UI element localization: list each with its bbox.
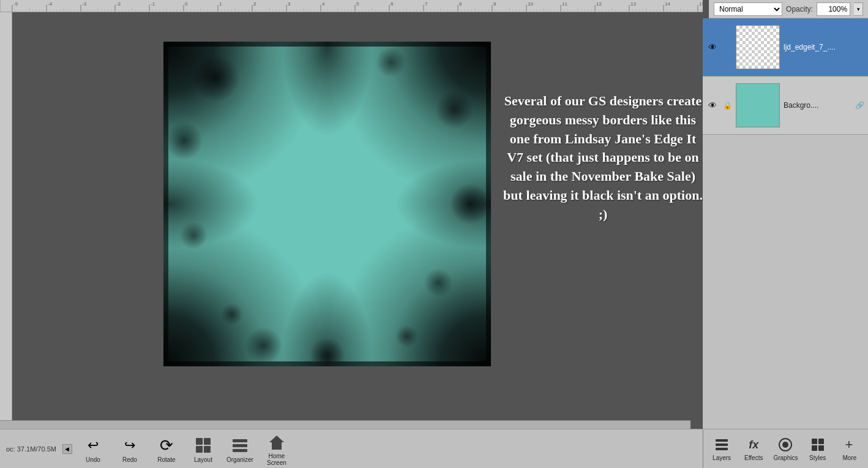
svg-text:-2: -2 (116, 1, 121, 7)
opacity-dropdown-arrow[interactable]: ▾ (854, 2, 863, 16)
homescreen-icon (267, 433, 286, 451)
svg-text:9: 9 (493, 1, 496, 7)
panel-tabs-bar: Layers fx Effects Graphics Styles + More (703, 429, 868, 468)
svg-rect-277 (0, 12, 12, 429)
canvas-area: Several of our GS designers create gorge… (12, 12, 703, 429)
svg-rect-278 (196, 438, 203, 445)
layers-tab-icon (713, 436, 730, 453)
layers-tab-label: Layers (713, 455, 731, 461)
scroll-left-arrow[interactable]: ◀ (62, 444, 72, 454)
svg-text:10: 10 (528, 1, 533, 7)
image-canvas (163, 42, 491, 366)
graphics-tab-icon (777, 436, 794, 453)
blend-mode-select[interactable]: Normal (714, 2, 782, 16)
svg-text:11: 11 (562, 1, 567, 7)
rotate-icon: ⟳ (157, 436, 176, 455)
svg-rect-284 (233, 449, 247, 452)
svg-text:8: 8 (459, 1, 462, 7)
graphics-tab-button[interactable]: Graphics (770, 431, 801, 467)
undo-button[interactable]: ↩ Undo (75, 431, 111, 467)
svg-text:-4: -4 (48, 1, 53, 7)
svg-text:12: 12 (596, 1, 602, 7)
homescreen-button[interactable]: Home Screen (258, 431, 295, 467)
opacity-label: Opacity: (786, 5, 813, 13)
opacity-input[interactable] (817, 2, 850, 16)
svg-text:14: 14 (665, 1, 670, 7)
svg-text:3: 3 (288, 1, 291, 7)
rotate-button[interactable]: ⟳ Rotate (148, 431, 185, 467)
horizontal-scrollbar[interactable] (0, 420, 690, 429)
svg-text:-3: -3 (82, 1, 87, 7)
styles-tab-label: Styles (809, 455, 826, 461)
redo-label: Redo (122, 456, 137, 463)
effects-tab-label: Effects (744, 455, 763, 461)
top-bar: Normal Opacity: ▾ (709, 0, 868, 18)
svg-rect-280 (196, 446, 203, 453)
svg-rect-282 (233, 439, 247, 442)
layer-item[interactable]: 👁 🔒 Backgro.... 🔗 (703, 77, 868, 135)
layer-link-icon: 🔗 (855, 101, 864, 110)
layer-lock-icon (722, 42, 732, 52)
ruler-top: -5-4-3-2-1012345678910111213141516171819 (0, 0, 703, 12)
svg-rect-279 (204, 438, 211, 445)
redo-button[interactable]: ↪ Redo (111, 431, 148, 467)
canvas-grunge-border (163, 42, 491, 366)
svg-text:5: 5 (356, 1, 359, 7)
svg-rect-294 (818, 445, 824, 451)
organizer-button[interactable]: Organizer (222, 431, 258, 467)
svg-point-290 (782, 442, 788, 448)
svg-text:6: 6 (391, 1, 394, 7)
bottom-toolbar: oc: 37.1M/70.5M ◀ ↩ Undo ↪ Redo ⟳ Rotate… (0, 429, 703, 468)
layer-visibility-toggle[interactable]: 👁 (706, 41, 719, 53)
layout-label: Layout (194, 456, 212, 463)
undo-label: Undo (86, 456, 100, 463)
svg-rect-291 (812, 439, 817, 444)
svg-rect-292 (818, 439, 824, 444)
svg-rect-293 (812, 445, 817, 451)
svg-marker-285 (269, 436, 284, 450)
svg-text:13: 13 (630, 1, 636, 7)
svg-rect-281 (204, 446, 211, 453)
layout-button[interactable]: Layout (185, 431, 222, 467)
canvas-text-overlay: Several of our GS designers create gorge… (502, 92, 703, 224)
svg-text:-1: -1 (151, 1, 155, 7)
undo-icon: ↩ (83, 436, 103, 455)
layer-thumbnail (736, 25, 780, 69)
svg-rect-286 (716, 439, 728, 442)
more-tab-button[interactable]: + More (834, 431, 865, 467)
svg-text:0: 0 (185, 1, 188, 7)
organizer-label: Organizer (226, 456, 253, 463)
layer-lock-icon: 🔒 (722, 100, 732, 110)
svg-text:15: 15 (699, 1, 703, 7)
styles-tab-icon (809, 436, 826, 453)
svg-text:4: 4 (322, 1, 325, 7)
layer-visibility-toggle[interactable]: 👁 (706, 99, 719, 111)
more-tab-icon: + (841, 436, 858, 453)
layers-tab-button[interactable]: Layers (706, 431, 737, 467)
rotate-label: Rotate (157, 456, 175, 463)
effects-tab-button[interactable]: fx Effects (738, 431, 769, 467)
status-text: oc: 37.1M/70.5M (6, 445, 56, 453)
organizer-icon (230, 436, 250, 455)
svg-text:7: 7 (425, 1, 428, 7)
svg-text:1: 1 (219, 1, 222, 7)
graphics-tab-label: Graphics (773, 455, 798, 461)
more-tab-label: More (842, 455, 856, 461)
svg-rect-287 (716, 443, 728, 446)
layout-icon (193, 436, 213, 455)
layer-thumbnail (736, 83, 780, 127)
layers-panel: 👁 ljd_edgeit_7_.... 👁 🔒 Backgro.... 🔗 (703, 18, 868, 429)
layer-name: ljd_edgeit_7_.... (784, 43, 864, 51)
layer-item[interactable]: 👁 ljd_edgeit_7_.... (703, 18, 868, 77)
ruler-left (0, 12, 12, 429)
svg-rect-283 (233, 444, 247, 447)
redo-icon: ↪ (120, 436, 140, 455)
styles-tab-button[interactable]: Styles (803, 431, 833, 467)
svg-rect-288 (716, 448, 728, 450)
homescreen-label: Home Screen (260, 453, 294, 466)
svg-text:-5: -5 (13, 1, 18, 7)
layer-name: Backgro.... (784, 101, 851, 110)
svg-text:2: 2 (253, 1, 256, 7)
effects-tab-icon: fx (745, 436, 762, 453)
